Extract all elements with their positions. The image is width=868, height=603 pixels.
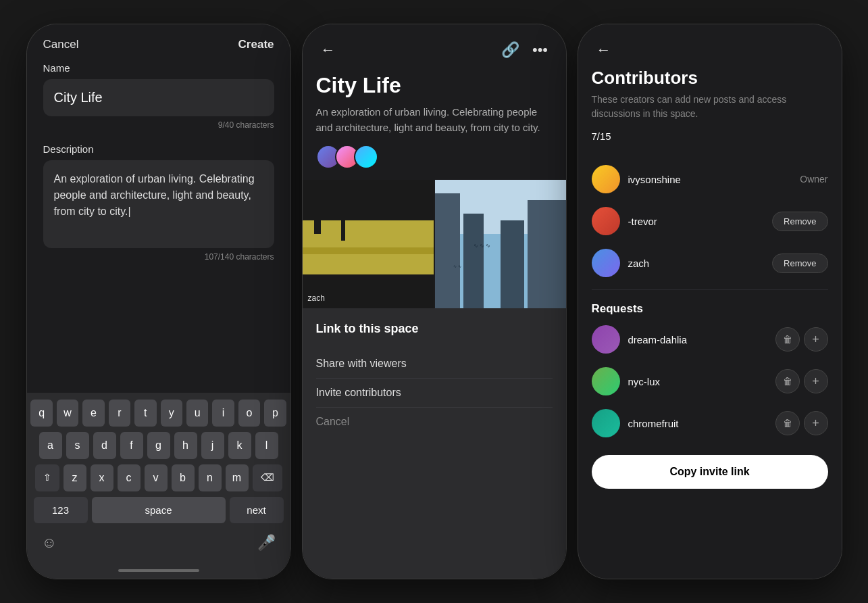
- approve-chromefruit-button[interactable]: +: [804, 411, 828, 435]
- description-input[interactable]: An exploration of urban living. Celebrat…: [43, 160, 274, 248]
- svg-text:∿ ∿ ∿: ∿ ∿ ∿: [474, 243, 490, 249]
- key-num[interactable]: 123: [34, 497, 88, 523]
- name-label: Name: [43, 62, 274, 74]
- name-input[interactable]: City Life: [43, 79, 274, 116]
- contributor-zach: zach Remove: [578, 242, 842, 284]
- key-r[interactable]: r: [109, 400, 130, 427]
- name-section: Name City Life 9/40 characters: [27, 62, 290, 130]
- key-c[interactable]: c: [118, 464, 141, 491]
- link-icon[interactable]: 🔗: [499, 38, 523, 62]
- key-t[interactable]: t: [134, 400, 156, 427]
- more-icon[interactable]: •••: [528, 38, 553, 62]
- key-space[interactable]: space: [92, 497, 226, 523]
- key-g[interactable]: g: [147, 432, 170, 459]
- cancel-button[interactable]: Cancel: [43, 38, 79, 51]
- key-u[interactable]: u: [186, 400, 208, 427]
- key-j[interactable]: j: [201, 432, 224, 459]
- remove-trevor-button[interactable]: Remove: [772, 212, 827, 231]
- avatar-zach: [592, 249, 620, 277]
- description-label: Description: [43, 143, 274, 155]
- space-description: An exploration of urban living. Celebrat…: [303, 105, 566, 135]
- approve-nyc-lux-button[interactable]: +: [804, 369, 828, 393]
- photo-attribution: zach: [308, 293, 325, 303]
- key-next[interactable]: next: [230, 497, 284, 523]
- requester-name-nyc-lux: nyc-lux: [628, 376, 767, 387]
- contributor-name-trevor: -trevor: [628, 216, 765, 227]
- approve-dream-dahlia-button[interactable]: +: [804, 327, 828, 352]
- key-x[interactable]: x: [91, 464, 113, 491]
- invite-contributors-option[interactable]: Invite contributors: [316, 379, 553, 408]
- remove-zach-button[interactable]: Remove: [772, 254, 827, 273]
- photo-left[interactable]: zach: [303, 180, 434, 308]
- key-l[interactable]: l: [255, 432, 278, 459]
- key-a[interactable]: a: [39, 432, 62, 459]
- mic-icon[interactable]: 🎤: [257, 534, 276, 552]
- svg-rect-13: [435, 180, 566, 308]
- key-delete[interactable]: ⌫: [253, 464, 282, 491]
- key-h[interactable]: h: [174, 432, 197, 459]
- request-actions-chromefruit: 🗑 +: [775, 411, 828, 435]
- link-panel-title: Link to this space: [316, 322, 553, 336]
- key-d[interactable]: d: [93, 432, 116, 459]
- key-y[interactable]: y: [161, 400, 182, 427]
- copy-invite-link-button[interactable]: Copy invite link: [592, 455, 828, 489]
- key-s[interactable]: s: [66, 432, 89, 459]
- reject-nyc-lux-button[interactable]: 🗑: [775, 369, 800, 393]
- key-p[interactable]: p: [264, 400, 286, 427]
- request-actions-nyc-lux: 🗑 +: [775, 369, 828, 393]
- svg-rect-6: [303, 274, 434, 308]
- key-e[interactable]: e: [82, 400, 104, 427]
- key-q[interactable]: q: [30, 400, 52, 427]
- phone-contributors: ← Contributors These creators can add ne…: [578, 24, 842, 579]
- avatar-dream-dahlia: [592, 325, 620, 354]
- key-n[interactable]: n: [199, 464, 222, 491]
- key-shift[interactable]: ⇧: [35, 464, 59, 491]
- keyboard-row-2: a s d f g h j k l: [31, 432, 286, 459]
- reject-dream-dahlia-button[interactable]: 🗑: [775, 327, 800, 352]
- link-panel: Link to this space Share with viewers In…: [303, 308, 566, 579]
- keyboard-row-3: ⇧ z x c v b n m ⌫: [31, 464, 286, 491]
- svg-rect-5: [303, 180, 434, 220]
- create-button[interactable]: Create: [238, 38, 274, 51]
- name-char-count: 9/40 characters: [43, 120, 274, 130]
- contributors-title: Contributors: [592, 68, 828, 89]
- home-indicator: [31, 562, 286, 579]
- key-z[interactable]: z: [63, 464, 86, 491]
- contributors-count: 7/15: [592, 130, 828, 142]
- back-button[interactable]: ←: [316, 38, 340, 62]
- avatar-ivysonshine: [592, 165, 620, 193]
- key-i[interactable]: i: [212, 400, 234, 427]
- contributors-avatars[interactable]: [303, 145, 566, 169]
- avatar-trevor: [592, 207, 620, 235]
- header-icons: 🔗 •••: [499, 38, 553, 62]
- description-char-count: 107/140 characters: [43, 252, 274, 262]
- reject-chromefruit-button[interactable]: 🗑: [775, 411, 800, 435]
- key-m[interactable]: m: [226, 464, 249, 491]
- requester-name-dream-dahlia: dream-dahlia: [628, 334, 767, 345]
- svg-text:∿ ∿: ∿ ∿: [453, 264, 461, 268]
- keyboard: q w e r t y u i o p a s d f g h: [27, 393, 290, 579]
- keyboard-row-1: q w e r t y u i o p: [31, 400, 286, 427]
- contributor-ivysonshine: ivysonshine Owner: [578, 158, 842, 200]
- phone-create-space: Cancel Create Name City Life 9/40 charac…: [27, 24, 290, 579]
- key-b[interactable]: b: [172, 464, 195, 491]
- share-with-viewers-option[interactable]: Share with viewers: [316, 349, 553, 379]
- request-actions-dream-dahlia: 🗑 +: [775, 327, 828, 352]
- emoji-icon[interactable]: ☺: [42, 534, 57, 552]
- avatar-nyc-lux: [592, 367, 620, 395]
- key-f[interactable]: f: [120, 432, 143, 459]
- description-section: Description An exploration of urban livi…: [27, 130, 290, 262]
- key-v[interactable]: v: [145, 464, 168, 491]
- request-nyc-lux: nyc-lux 🗑 +: [578, 360, 842, 402]
- cancel-link-option[interactable]: Cancel: [316, 408, 553, 428]
- contributor-trevor: -trevor Remove: [578, 200, 842, 242]
- key-k[interactable]: k: [228, 432, 251, 459]
- back-button[interactable]: ←: [592, 38, 616, 62]
- contributor-name-ivysonshine: ivysonshine: [628, 174, 792, 185]
- key-o[interactable]: o: [238, 400, 260, 427]
- section-divider: [592, 289, 828, 290]
- photo-right[interactable]: ∿ ∿ ∿ ∿ ∿: [435, 180, 566, 308]
- key-w[interactable]: w: [57, 400, 78, 427]
- home-bar: [118, 569, 199, 572]
- space-title: City Life: [303, 73, 566, 98]
